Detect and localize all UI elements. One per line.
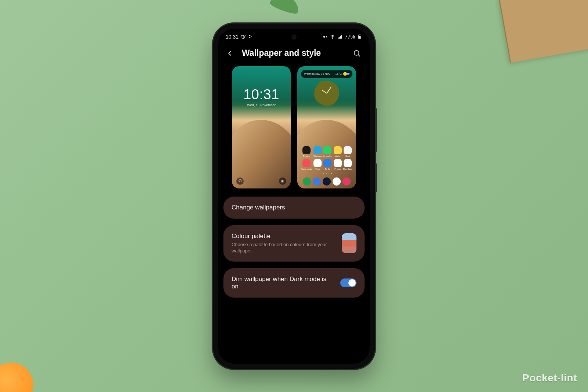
svg-rect-7 (341, 35, 342, 39)
app-icon (344, 159, 352, 167)
search-icon (353, 49, 361, 57)
app-label: To Do (325, 168, 330, 170)
home-app-icon: Wallet (333, 146, 342, 157)
widget-temp: 11°C (335, 72, 342, 75)
photo-scene: 10:31 (0, 0, 588, 392)
lock-shortcuts: ✆ ◉ (232, 177, 291, 185)
phone-body: 10:31 (213, 24, 375, 369)
back-button[interactable] (223, 47, 236, 60)
app-label: Apple Music (301, 168, 312, 170)
page-header: Wallpaper and style (218, 42, 370, 66)
home-app-icon: Maps (313, 159, 322, 170)
app-icon (344, 146, 352, 154)
home-date-weather-widget: Wednesday, 15 Nov 11°C (301, 70, 352, 78)
swatch-strip (342, 240, 356, 247)
svg-point-2 (251, 36, 252, 36)
home-analog-clock (314, 81, 339, 106)
svg-point-1 (249, 35, 251, 36)
lock-clock-date: Wed, 15 November (232, 103, 291, 107)
app-label: Wallet (335, 155, 340, 157)
prop-fruit-corner (0, 363, 33, 392)
home-app-icon: To Do (323, 159, 332, 170)
page-title: Wallpaper and style (242, 48, 345, 58)
svg-rect-6 (340, 36, 341, 39)
svg-point-3 (332, 38, 333, 38)
preview-lock-screen[interactable]: 10:31 Wed, 15 November ✆ ◉ (232, 66, 291, 188)
app-icon (334, 146, 342, 154)
palette-swatch (342, 233, 356, 253)
swatch-strip (342, 233, 356, 240)
dim-wallpaper-toggle[interactable] (340, 278, 356, 287)
home-app-icon: Telegram (313, 146, 322, 157)
preview-home-screen[interactable]: Wednesday, 15 Nov 11°C ThreadsTelegramWh… (297, 66, 356, 188)
status-battery-label: 77% (345, 34, 355, 40)
app-icon (313, 159, 322, 167)
setting-title: Dim wallpaper when Dark mode is on (232, 276, 334, 290)
app-icon (313, 146, 322, 154)
svg-rect-4 (338, 37, 339, 39)
lock-clock-time: 10:31 (232, 87, 291, 103)
setting-title: Change wallpapers (232, 204, 356, 211)
signal-icon (337, 34, 343, 39)
battery-icon (357, 34, 362, 39)
lock-clock: 10:31 Wed, 15 November (232, 87, 291, 107)
home-app-icon: Slack (343, 146, 352, 157)
app-label: Maps (315, 168, 320, 170)
dock-app-icon (313, 177, 321, 186)
toggle-knob (348, 279, 356, 287)
cloud-icon (347, 73, 349, 75)
home-app-icon: Apple Music (301, 159, 312, 170)
alarm-icon (241, 34, 246, 39)
camera-hole (291, 35, 297, 40)
app-label: Photos (334, 168, 341, 170)
svg-rect-9 (359, 35, 361, 35)
home-page-indicator: • • • • • (297, 172, 356, 175)
app-icon (323, 146, 331, 154)
home-app-icon: Threads (301, 146, 312, 157)
status-time: 10:31 (226, 34, 239, 40)
wifi-icon (330, 34, 335, 39)
app-label: Play Store (343, 168, 352, 170)
phone-volume-button (375, 108, 377, 152)
svg-rect-10 (359, 36, 361, 38)
app-label: Telegram (313, 155, 322, 157)
widget-weather: 11°C (335, 72, 349, 76)
home-app-icon: WhatsApp (323, 146, 332, 157)
dim-wallpaper-item[interactable]: Dim wallpaper when Dark mode is on (223, 268, 365, 298)
dock-app-icon (323, 177, 331, 186)
app-label: Slack (345, 155, 350, 157)
phone-power-button (375, 163, 377, 193)
lock-camera-shortcut: ◉ (279, 177, 286, 185)
widget-date: Wednesday, 15 Nov (304, 72, 330, 75)
home-dock (301, 177, 352, 186)
app-icon (302, 159, 311, 167)
prop-leaf (269, 0, 302, 15)
phone-icon: ✆ (239, 179, 242, 183)
app-label: Threads (303, 155, 310, 157)
watermark: Pocket-lint (522, 372, 577, 384)
change-wallpapers-item[interactable]: Change wallpapers (223, 197, 365, 219)
setting-title: Colour palette (232, 233, 336, 240)
prop-box-corner (498, 0, 588, 63)
notification-dot-icon (248, 34, 253, 39)
camera-icon: ◉ (281, 179, 284, 183)
search-button[interactable] (351, 47, 363, 60)
dock-app-icon (333, 177, 341, 186)
settings-list: Change wallpapers Colour palette Choose … (218, 197, 370, 298)
app-icon (302, 146, 311, 154)
setting-subtitle: Choose a palette based on colours from y… (232, 241, 336, 254)
lock-phone-shortcut: ✆ (236, 177, 244, 185)
home-app-icon: Play Store (343, 159, 352, 170)
svg-rect-5 (339, 37, 340, 39)
swatch-strip (342, 247, 356, 253)
svg-line-12 (358, 55, 360, 56)
mute-icon (323, 34, 328, 39)
app-label: WhatsApp (323, 155, 332, 157)
phone-screen: 10:31 (218, 29, 370, 364)
chevron-left-icon (226, 49, 234, 57)
home-app-icon: Photos (333, 159, 342, 170)
colour-palette-item[interactable]: Colour palette Choose a palette based on… (223, 225, 365, 262)
app-icon (334, 159, 342, 167)
app-icon (323, 159, 331, 167)
dock-app-icon (343, 177, 351, 186)
